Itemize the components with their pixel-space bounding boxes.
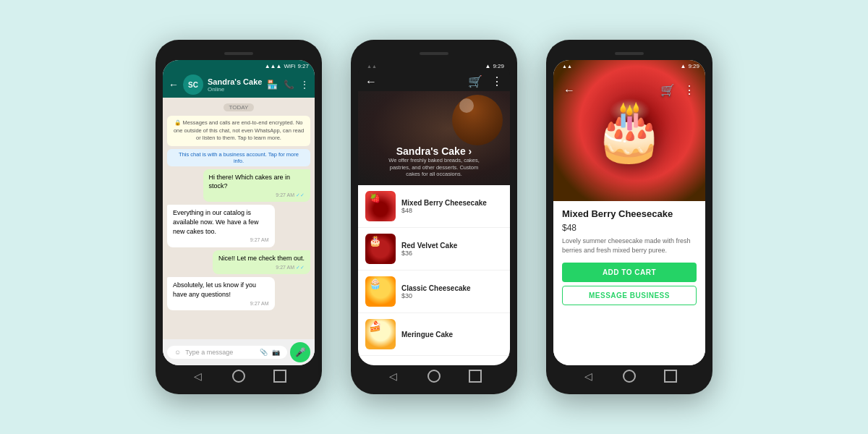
more-icon[interactable]: ⋮: [300, 80, 309, 90]
catalog-item[interactable]: Meringue Cake: [358, 313, 510, 356]
more-icon[interactable]: ⋮: [491, 75, 503, 88]
cart-icon[interactable]: 🛒: [468, 75, 482, 88]
message-bubble: Hi there! Which cakes are in stock? 9:27…: [203, 169, 311, 203]
phone-chat: ▲▲▲ WiFi 9:27 ← SC Sandra's Cake Online …: [156, 40, 322, 394]
call-icon[interactable]: 📞: [284, 80, 294, 90]
catalog-list: Mixed Berry Cheesecake $48 Red Velvet Ca…: [358, 185, 510, 365]
back-arrow-icon[interactable]: ←: [365, 75, 377, 88]
attachment-icon[interactable]: 📎: [260, 349, 268, 356]
message-bubble: Absolutely, let us know if you have any …: [167, 277, 275, 310]
signal-icon: ▲▲▲: [265, 63, 282, 69]
camera-icon[interactable]: 📷: [272, 349, 280, 356]
nav-bar: ◁: [358, 365, 510, 387]
back-arrow-icon[interactable]: ←: [169, 79, 179, 90]
time-display: 9:27: [297, 63, 309, 69]
message-time: 9:27 AM: [173, 300, 269, 307]
catalog-item[interactable]: Red Velvet Cake $36: [358, 228, 510, 271]
status-bar-catalog: ▲▲ ▲ 9:29: [358, 60, 510, 72]
nav-bar: ◁: [163, 365, 315, 387]
contact-status: Online: [208, 86, 263, 93]
avatar: SC: [183, 75, 203, 95]
cart-icon[interactable]: 🛒: [660, 83, 675, 97]
shop-name[interactable]: Sandra's Cake ›: [383, 145, 485, 157]
catalog-header: ← 🛒 ⋮: [358, 72, 510, 91]
product-detail-body: Mixed Berry Cheesecake $48 Lovely summer…: [553, 201, 705, 365]
business-notice[interactable]: This chat is with a business account. Ta…: [167, 149, 310, 166]
catalog-item[interactable]: Classic Cheesecake $30: [358, 271, 510, 313]
add-to-cart-button[interactable]: ADD TO CART: [562, 263, 697, 282]
item-image-cheese: [365, 276, 396, 307]
home-nav-button[interactable]: [232, 370, 245, 383]
speaker: [615, 52, 644, 55]
recents-nav-button[interactable]: [469, 370, 482, 383]
item-name: Meringue Cake: [401, 331, 503, 339]
item-info: Meringue Cake: [401, 331, 503, 339]
product-header: ← 🛒 ⋮: [561, 80, 698, 100]
time-display: 9:29: [688, 63, 699, 69]
wifi-icon: ▲: [681, 63, 686, 69]
message-bubble: Nice!! Let me check them out. 9:27 AM ✓✓: [213, 250, 310, 274]
message-input[interactable]: ☺ Type a message 📎 📷: [167, 346, 287, 359]
chat-body: TODAY 🔒 Messages and calls are end-to-en…: [163, 98, 315, 339]
chat-header-icons: 🏪 📞 ⋮: [267, 80, 309, 90]
catalog-header-actions: 🛒 ⋮: [468, 75, 503, 88]
date-badge: TODAY: [224, 103, 255, 111]
wifi-icon: ▲: [485, 63, 491, 69]
item-name: Mixed Berry Cheesecake: [401, 199, 503, 207]
message-time: 9:27 AM ✓✓: [218, 264, 305, 271]
item-image-meringue: [365, 319, 396, 349]
recents-nav-button[interactable]: [664, 370, 677, 383]
back-arrow-icon[interactable]: ←: [563, 84, 575, 97]
item-info: Red Velvet Cake $36: [401, 242, 503, 257]
speaker: [420, 52, 448, 55]
speaker: [224, 52, 253, 55]
item-price: $48: [401, 207, 503, 214]
item-info: Classic Cheesecake $30: [401, 284, 503, 299]
item-info: Mixed Berry Cheesecake $48: [401, 199, 503, 214]
item-name: Classic Cheesecake: [401, 284, 503, 292]
shop-tagline: We offer freshly baked breads, cakes, pa…: [383, 157, 485, 178]
back-nav-button[interactable]: ◁: [582, 370, 595, 383]
hero-cake-image: [452, 95, 503, 145]
product-header-actions: 🛒 ⋮: [660, 83, 695, 97]
back-nav-button[interactable]: ◁: [386, 370, 399, 383]
nav-bar: ◁: [553, 365, 705, 387]
home-nav-button[interactable]: [623, 370, 636, 383]
product-price: $48: [562, 223, 697, 233]
contact-name: Sandra's Cake: [208, 77, 263, 86]
status-bar-chat: ▲▲▲ WiFi 9:27: [163, 60, 315, 72]
wifi-icon: WiFi: [284, 63, 295, 69]
signal-icon: ▲▲: [367, 64, 377, 69]
item-price: $30: [401, 292, 503, 299]
encrypt-notice[interactable]: 🔒 Messages and calls are end-to-end encr…: [167, 116, 310, 146]
back-nav-button[interactable]: ◁: [191, 370, 204, 383]
chat-input-bar: ☺ Type a message 📎 📷 🎤: [163, 339, 315, 365]
product-description: Lovely summer cheesecake made with fresh…: [562, 237, 697, 255]
catalog-hero: Sandra's Cake › We offer freshly baked b…: [358, 91, 510, 185]
product-name: Mixed Berry Cheesecake: [562, 208, 697, 219]
catalog-item[interactable]: Mixed Berry Cheesecake $48: [358, 185, 510, 228]
recents-nav-button[interactable]: [273, 370, 286, 383]
emoji-icon[interactable]: ☺: [174, 349, 181, 356]
item-image-velvet: [365, 234, 396, 264]
more-icon[interactable]: ⋮: [684, 83, 695, 97]
item-name: Red Velvet Cake: [401, 242, 503, 250]
message-business-button[interactable]: MESSAGE BUSINESS: [562, 286, 697, 305]
phone-product: ▲▲ ▲ 9:29 ← 🛒 ⋮ Mixed Berry Cheesecake $…: [546, 40, 712, 394]
chat-header-info: Sandra's Cake Online: [208, 77, 263, 93]
mic-button[interactable]: 🎤: [290, 342, 310, 362]
message-time: 9:27 AM ✓✓: [209, 192, 305, 199]
item-image-berry: [365, 191, 396, 221]
message-bubble: Everything in our catalog is available n…: [167, 205, 275, 247]
message-time: 9:27 AM: [173, 237, 269, 244]
chat-header: ← SC Sandra's Cake Online 🏪 📞 ⋮: [163, 72, 315, 98]
store-icon[interactable]: 🏪: [267, 80, 278, 90]
signal-icon: ▲▲: [562, 64, 572, 69]
item-price: $36: [401, 250, 503, 257]
status-bar-product: ▲▲ ▲ 9:29: [553, 60, 705, 72]
read-ticks: ✓✓: [296, 265, 305, 270]
input-placeholder: Type a message: [185, 349, 255, 356]
phone-catalog: ▲▲ ▲ 9:29 ← 🛒 ⋮ Sandra's Cake › We offer…: [351, 40, 517, 394]
time-display: 9:29: [493, 63, 504, 69]
home-nav-button[interactable]: [427, 370, 441, 383]
